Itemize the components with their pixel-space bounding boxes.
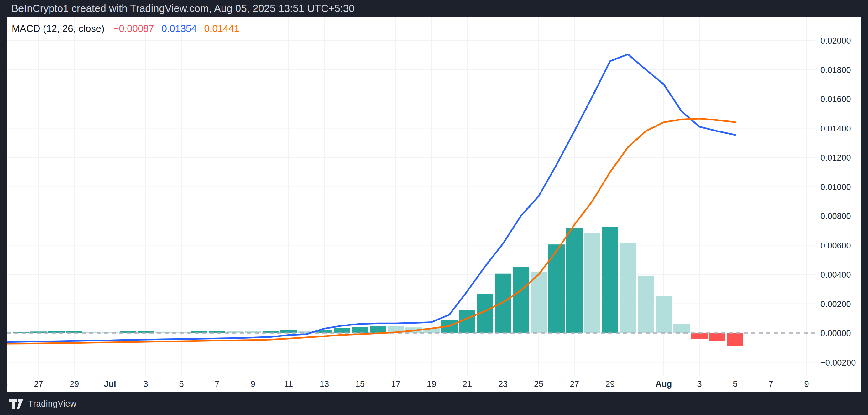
legend-histogram-value: −0.00087 xyxy=(113,23,154,34)
price-axis-label: 0.01800 xyxy=(820,65,851,75)
indicator-pane: 0.020000.018000.016000.014000.012000.010… xyxy=(7,17,861,392)
time-axis-label: 19 xyxy=(427,379,436,389)
histogram-bar xyxy=(495,274,511,333)
time-axis-label: Aug xyxy=(655,379,672,389)
price-axis-label: 0.00800 xyxy=(820,212,851,221)
right-chrome-strip xyxy=(861,0,868,415)
indicator-legend[interactable]: MACD (12, 26, close)−0.000870.013540.014… xyxy=(11,23,247,34)
price-axis-label: 0.01400 xyxy=(820,124,851,133)
time-axis-label: 7 xyxy=(768,379,773,389)
time-axis-label: 21 xyxy=(463,379,472,389)
tradingview-chart-window: 0.020000.018000.016000.014000.012000.010… xyxy=(0,0,868,415)
tradingview-brand-link[interactable]: TradingView xyxy=(9,397,76,410)
left-chrome-strip xyxy=(0,0,7,415)
histogram-bar xyxy=(655,296,672,333)
macd-histogram xyxy=(7,227,743,346)
time-axis-label: 5 xyxy=(733,379,737,389)
histogram-bar xyxy=(334,328,350,333)
tradingview-brand-text: TradingView xyxy=(28,399,76,409)
price-axis-label: 0.00200 xyxy=(820,300,851,309)
time-axis-label: 11 xyxy=(284,379,293,389)
histogram-bar xyxy=(459,310,475,333)
footer-bar: TradingView xyxy=(0,392,868,415)
price-axis-label: 0.01000 xyxy=(820,182,851,192)
indicator-title: MACD (12, 26, close) xyxy=(11,23,104,34)
histogram-bar xyxy=(566,228,583,333)
price-axis-label: 0.00000 xyxy=(820,328,851,338)
chart-attribution-bar: BeInCrypto1 created with TradingView.com… xyxy=(0,0,868,17)
time-axis-label: 17 xyxy=(391,379,400,389)
time-axis[interactable]: 252729Jul357911131517192123252729Aug3579 xyxy=(7,379,809,389)
histogram-bar xyxy=(638,276,654,333)
price-axis-label: 0.00600 xyxy=(820,241,851,250)
time-axis-label: 9 xyxy=(250,379,255,389)
histogram-bar xyxy=(513,267,529,333)
attribution-text: BeInCrypto1 created with TradingView.com… xyxy=(11,2,354,14)
time-axis-label: 7 xyxy=(215,379,219,389)
histogram-bar xyxy=(602,227,618,333)
horizontal-gridlines xyxy=(7,40,815,362)
time-axis-label: 9 xyxy=(804,379,809,389)
histogram-bar xyxy=(673,324,690,333)
time-axis-label: 25 xyxy=(7,379,7,389)
macd-chart-plot[interactable]: 0.020000.018000.016000.014000.012000.010… xyxy=(7,17,861,392)
legend-signal-value: 0.01441 xyxy=(204,23,239,34)
histogram-bar xyxy=(620,243,636,333)
histogram-bar xyxy=(370,326,386,333)
histogram-bar xyxy=(709,333,725,341)
price-axis[interactable]: 0.020000.018000.016000.014000.012000.010… xyxy=(820,36,856,368)
tradingview-logo-icon xyxy=(9,397,23,410)
time-axis-label: 3 xyxy=(697,379,702,389)
time-axis-label: 27 xyxy=(570,379,579,389)
histogram-bar xyxy=(352,327,368,333)
time-axis-label: 29 xyxy=(69,379,79,389)
price-axis-label: 0.01200 xyxy=(820,153,851,163)
price-axis-label: 0.00400 xyxy=(820,270,851,279)
price-axis-label: 0.01600 xyxy=(820,95,851,104)
histogram-bar xyxy=(727,333,743,346)
time-axis-label: 13 xyxy=(320,379,329,389)
vertical-gridlines xyxy=(7,17,807,375)
time-axis-label: 25 xyxy=(534,379,544,389)
time-axis-label: 23 xyxy=(498,379,508,389)
time-axis-label: 3 xyxy=(143,379,148,389)
time-axis-label: 5 xyxy=(179,379,184,389)
time-axis-label: 15 xyxy=(355,379,365,389)
time-axis-label: Jul xyxy=(104,379,116,389)
histogram-bar xyxy=(584,233,600,333)
histogram-bar xyxy=(530,272,547,333)
legend-macd-value: 0.01354 xyxy=(162,23,197,34)
time-axis-label: 29 xyxy=(606,379,615,389)
histogram-bar xyxy=(691,333,708,339)
time-axis-label: 27 xyxy=(34,379,43,389)
price-axis-label: −0.00200 xyxy=(820,358,856,368)
price-axis-label: 0.02000 xyxy=(820,36,851,45)
